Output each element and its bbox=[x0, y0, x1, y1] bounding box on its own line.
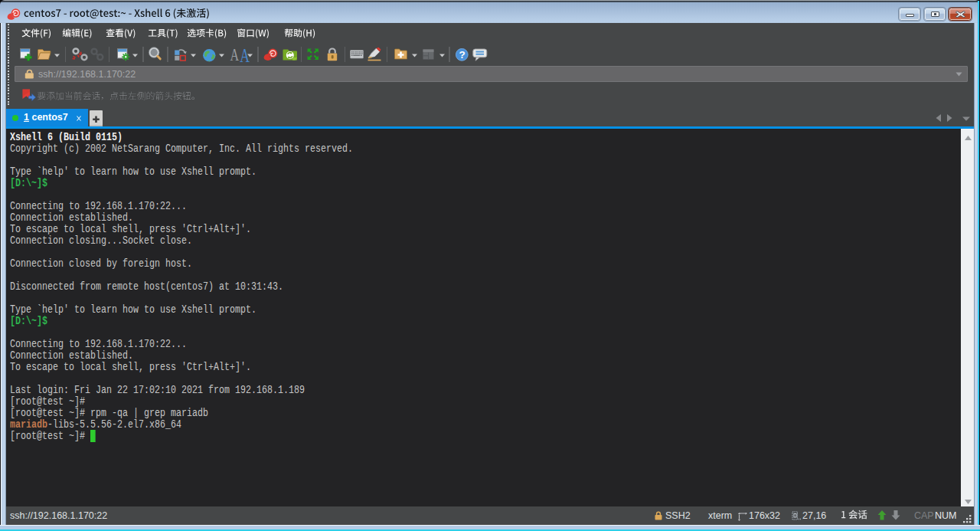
svg-text:A: A bbox=[230, 46, 240, 63]
svg-text:?: ? bbox=[459, 49, 466, 61]
